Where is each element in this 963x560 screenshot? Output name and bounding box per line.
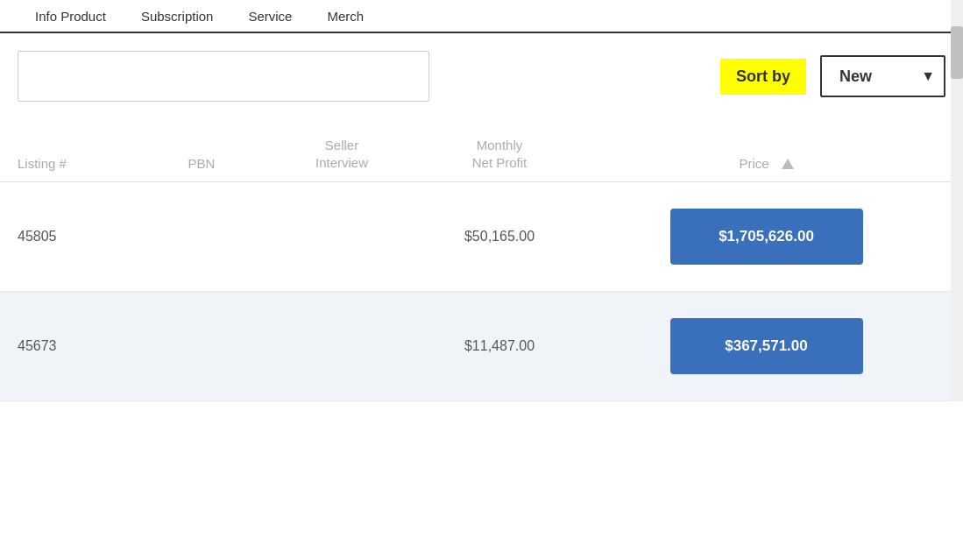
sort-arrow-icon: [782, 159, 794, 169]
monthly-net-profit-value: $50,165.00: [412, 228, 587, 246]
col-header-seller-interview: SellerInterview: [272, 137, 412, 171]
search-input[interactable]: [18, 51, 429, 102]
sort-by-label: Sort by: [720, 59, 806, 95]
price-cell: $1,705,626.00: [587, 209, 945, 265]
monthly-net-profit-value: $11,487.00: [412, 337, 587, 356]
price-button[interactable]: $1,705,626.00: [670, 209, 863, 265]
nav-info-product[interactable]: Info Product: [18, 2, 124, 31]
table-header: Listing # PBN SellerInterview MonthlyNet…: [0, 119, 963, 182]
table-row: 45673 $11,487.00 $367,571.00: [0, 292, 963, 401]
price-button[interactable]: $367,571.00: [670, 318, 863, 374]
top-navigation: Info Product Subscription Service Merch: [0, 0, 963, 33]
listing-number: 45805: [18, 229, 131, 245]
col-header-price: Price: [587, 156, 945, 171]
price-cell: $367,571.00: [587, 318, 945, 374]
scrollbar-thumb[interactable]: [951, 26, 963, 79]
col-header-monthly-net-profit: MonthlyNet Profit: [412, 137, 587, 171]
table-row: 45805 $50,165.00 $1,705,626.00: [0, 182, 963, 292]
listing-number: 45673: [18, 338, 131, 354]
sort-select[interactable]: New Price Profit Listing #: [822, 57, 944, 96]
sort-select-wrapper[interactable]: New Price Profit Listing # ▼: [820, 55, 945, 97]
col-header-listing: Listing #: [18, 156, 131, 171]
nav-merch[interactable]: Merch: [309, 2, 381, 31]
filter-bar: Sort by New Price Profit Listing # ▼: [0, 33, 963, 119]
nav-service[interactable]: Service: [230, 2, 309, 31]
col-header-pbn: PBN: [131, 156, 272, 171]
scrollbar-track[interactable]: [951, 0, 963, 401]
nav-subscription[interactable]: Subscription: [124, 2, 231, 31]
